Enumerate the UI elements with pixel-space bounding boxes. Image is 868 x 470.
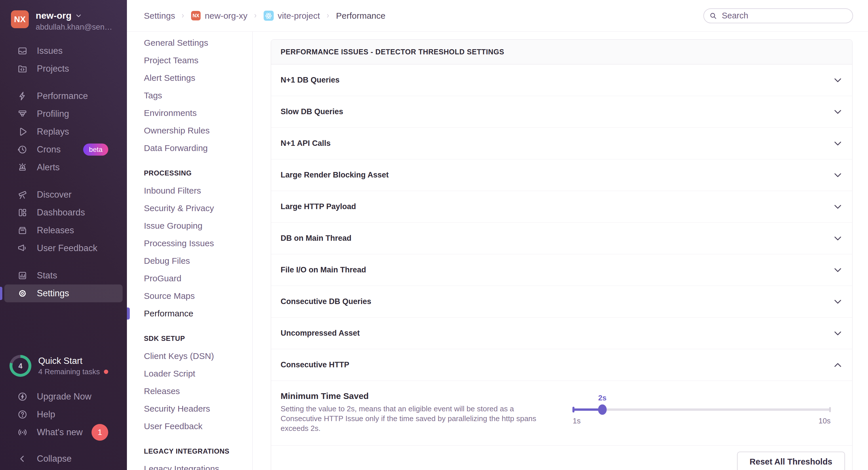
sidebar-item-upgrade-now[interactable]: Upgrade Now [4, 388, 123, 406]
settings-nav-item-data-forwarding[interactable]: Data Forwarding [127, 139, 252, 157]
sidebar-nav: IssuesProjectsPerformanceProfilingReplay… [0, 42, 127, 312]
sidebar-item-label: Projects [37, 64, 69, 74]
settings-nav-item-proguard[interactable]: ProGuard [127, 270, 252, 287]
settings-nav: General SettingsProject TeamsAlert Setti… [127, 32, 253, 470]
quick-start[interactable]: 4 Quick Start 4 Remaining tasks [0, 355, 127, 377]
settings-nav-item-client-keys-dsn[interactable]: Client Keys (DSN) [127, 347, 252, 365]
org-switcher[interactable]: NX new-org abdullah.khan@sen… [0, 0, 127, 32]
sidebar-item-label: Upgrade Now [37, 392, 92, 402]
detector-label: Consecutive DB Queries [281, 297, 371, 306]
chevron-down-icon [834, 236, 842, 241]
chevron-down-icon [834, 267, 842, 273]
settings-nav-item-releases[interactable]: Releases [127, 382, 252, 400]
detector-label: Large Render Blocking Asset [281, 171, 389, 179]
crons-icon [17, 144, 28, 155]
org-mini-avatar: NX [191, 11, 200, 21]
detector-label: N+1 DB Queries [281, 76, 340, 85]
breadcrumb-label: Settings [144, 11, 175, 21]
sidebar-collapse-button[interactable]: Collapse [4, 450, 123, 468]
detector-row-uncompressed-asset[interactable]: Uncompressed Asset [271, 317, 852, 349]
settings-nav-item-issue-grouping[interactable]: Issue Grouping [127, 217, 252, 234]
chevron-right-icon [180, 13, 186, 19]
breadcrumb-new-org-xy[interactable]: NXnew-org-xy [191, 11, 247, 21]
sidebar-item-issues[interactable]: Issues [4, 42, 123, 60]
settings-nav-item-alert-settings[interactable]: Alert Settings [127, 69, 252, 87]
detector-label: Slow DB Queries [281, 107, 343, 116]
org-avatar: NX [11, 10, 29, 28]
breadcrumb-settings[interactable]: Settings [144, 11, 175, 21]
sidebar-item-label: Replays [37, 127, 69, 137]
sidebar-item-profiling[interactable]: Profiling [4, 105, 123, 123]
search-input[interactable] [703, 8, 853, 23]
breadcrumb-vite-project[interactable]: vite-project [264, 11, 320, 21]
quick-start-subtitle: 4 Remaining tasks [38, 367, 100, 376]
settings-nav-item-tags[interactable]: Tags [127, 87, 252, 104]
detector-list: N+1 DB QueriesSlow DB QueriesN+1 API Cal… [271, 64, 852, 381]
detector-row-large-render-blocking-asset[interactable]: Large Render Blocking Asset [271, 159, 852, 191]
quick-start-title: Quick Start [38, 356, 108, 366]
breadcrumb-label: vite-project [278, 11, 320, 21]
settings-nav-item-processing-issues[interactable]: Processing Issues [127, 234, 252, 252]
detector-row-large-http-payload[interactable]: Large HTTP Payload [271, 191, 852, 223]
slider-handle[interactable] [598, 404, 607, 415]
dashboards-icon [17, 207, 28, 218]
detector-row-slow-db-queries[interactable]: Slow DB Queries [271, 96, 852, 128]
threshold-heading: Minimum Time Saved [281, 391, 553, 401]
settings-nav-item-inbound-filters[interactable]: Inbound Filters [127, 182, 252, 199]
settings-nav-item-loader-script[interactable]: Loader Script [127, 365, 252, 382]
sidebar-item-help[interactable]: Help [4, 406, 123, 424]
slider-track[interactable] [573, 408, 831, 411]
sidebar-item-label: What's new [37, 427, 83, 437]
detector-row-db-on-main-thread[interactable]: DB on Main Thread [271, 223, 852, 254]
settings-nav-item-general-settings[interactable]: General Settings [127, 34, 252, 52]
settings-nav-item-project-teams[interactable]: Project Teams [127, 52, 252, 69]
beta-badge: beta [83, 143, 108, 156]
settings-nav-group: SDK SETUPClient Keys (DSN)Loader ScriptR… [127, 330, 252, 435]
sidebar-nav-group: DiscoverDashboardsReleasesUser Feedback [0, 186, 127, 257]
settings-nav-group: PROCESSINGInbound FiltersSecurity & Priv… [127, 164, 252, 322]
settings-nav-item-user-feedback[interactable]: User Feedback [127, 417, 252, 435]
reset-all-thresholds-button[interactable]: Reset All Thresholds [737, 451, 845, 470]
sidebar-item-performance[interactable]: Performance [4, 87, 123, 105]
settings-nav-section-header: SDK SETUP [127, 330, 252, 347]
sidebar-item-settings[interactable]: Settings [4, 284, 123, 302]
settings-nav-group: LEGACY INTEGRATIONSLegacy Integrations [127, 442, 252, 470]
stats-icon [17, 270, 28, 281]
sidebar-item-label: Releases [37, 225, 74, 236]
sidebar-item-user-feedback[interactable]: User Feedback [4, 239, 123, 257]
settings-nav-item-ownership-rules[interactable]: Ownership Rules [127, 122, 252, 139]
quick-start-progress-ring: 4 [9, 355, 31, 377]
settings-nav-item-security-headers[interactable]: Security Headers [127, 400, 252, 417]
sidebar-item-replays[interactable]: Replays [4, 123, 123, 141]
sidebar-item-releases[interactable]: Releases [4, 222, 123, 239]
detector-row-file-i-o-on-main-thread[interactable]: File I/O on Main Thread [271, 254, 852, 286]
settings-nav-item-source-maps[interactable]: Source Maps [127, 287, 252, 305]
sidebar-item-alerts[interactable]: Alerts [4, 159, 123, 176]
detector-row-consecutive-http[interactable]: Consecutive HTTP [271, 349, 852, 381]
detector-row-n-1-db-queries[interactable]: N+1 DB Queries [271, 64, 852, 96]
detector-threshold-panel: PERFORMANCE ISSUES - DETECTOR THRESHOLD … [271, 39, 852, 470]
sidebar-item-label: Discover [37, 190, 72, 200]
collapse-label: Collapse [37, 454, 72, 464]
detector-label: Uncompressed Asset [281, 329, 360, 338]
settings-nav-item-performance[interactable]: Performance [127, 305, 252, 322]
sidebar-item-label: Stats [37, 270, 57, 281]
settings-nav-item-environments[interactable]: Environments [127, 104, 252, 122]
time-saved-slider: 2s 1s 10s [573, 394, 831, 428]
sidebar-item-stats[interactable]: Stats [4, 267, 123, 284]
sidebar-item-crons[interactable]: Cronsbeta [4, 141, 123, 159]
sidebar-item-discover[interactable]: Discover [4, 186, 123, 204]
detector-label: Large HTTP Payload [281, 202, 356, 211]
detector-row-consecutive-db-queries[interactable]: Consecutive DB Queries [271, 286, 852, 317]
discover-icon [17, 190, 28, 200]
settings-nav-item-debug-files[interactable]: Debug Files [127, 252, 252, 270]
sidebar-item-what-s-new[interactable]: What's new1 [4, 424, 123, 441]
sidebar-bottom: 4 Quick Start 4 Remaining tasks Upgrade … [0, 355, 127, 470]
upgrade-icon [17, 392, 28, 402]
settings-nav-item-security-privacy[interactable]: Security & Privacy [127, 199, 252, 217]
detector-row-n-1-api-calls[interactable]: N+1 API Calls [271, 128, 852, 159]
sidebar-item-dashboards[interactable]: Dashboards [4, 204, 123, 222]
settings-nav-item-legacy-integrations[interactable]: Legacy Integrations [127, 460, 252, 470]
sidebar-item-projects[interactable]: Projects [4, 60, 123, 78]
sidebar-item-label: Performance [37, 91, 88, 101]
